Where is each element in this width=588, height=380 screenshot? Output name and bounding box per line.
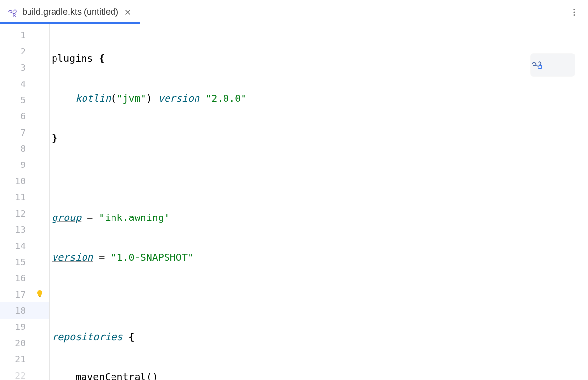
line-number: 10 — [0, 173, 49, 189]
code-line: plugins { — [52, 51, 588, 67]
line-number: 21 — [0, 351, 49, 367]
line-number: 11 — [0, 189, 49, 205]
svg-point-2 — [573, 8, 575, 10]
line-number: 17 — [0, 286, 49, 302]
ide-window: K build.gradle.kts (untitled) 1 2 3 4 5 … — [0, 0, 588, 380]
line-number: 2 — [0, 43, 49, 59]
line-number: 22 — [0, 367, 49, 380]
line-number: 9 — [0, 157, 49, 173]
svg-point-3 — [573, 11, 575, 13]
svg-point-4 — [573, 14, 575, 15]
tab-close-icon[interactable] — [122, 7, 133, 18]
line-number: 15 — [0, 254, 49, 270]
gradle-reload-popup — [531, 54, 575, 76]
line-number: 12 — [0, 205, 49, 221]
line-number: 7 — [0, 124, 49, 140]
code-line — [52, 170, 588, 186]
line-number: 20 — [0, 335, 49, 351]
line-number: 1 — [0, 27, 49, 43]
line-number: 8 — [0, 140, 49, 157]
code-line: version = "1.0-SNAPSHOT" — [52, 249, 588, 266]
gutter: 1 2 3 4 5 6 7 8 9 10 11 12 13 14 15 16 1… — [0, 24, 50, 380]
line-number: 19 — [0, 319, 49, 335]
line-number: 4 — [0, 76, 49, 92]
code-editor[interactable]: 1 2 3 4 5 6 7 8 9 10 11 12 13 14 15 16 1… — [0, 24, 588, 380]
svg-point-0 — [13, 10, 14, 11]
code-line — [52, 289, 588, 305]
vertical-scrollbar[interactable] — [581, 24, 588, 380]
line-number: 6 — [0, 108, 49, 124]
line-number: 16 — [0, 270, 49, 286]
code-line: } — [52, 130, 588, 146]
line-number: 13 — [0, 221, 49, 238]
gradle-reload-icon[interactable] — [531, 35, 588, 95]
editor-tabbar: K build.gradle.kts (untitled) — [0, 0, 588, 24]
line-number: 18 — [0, 302, 49, 319]
code-line: mavenCentral() — [52, 369, 588, 380]
code-line: kotlin("jvm") version "2.0.0" — [52, 90, 588, 107]
tab-options-kebab[interactable] — [566, 4, 583, 21]
line-number: 3 — [0, 59, 49, 76]
svg-rect-5 — [39, 296, 41, 297]
code-content[interactable]: plugins { kotlin("jvm") version "2.0.0" … — [50, 24, 588, 380]
line-number: 14 — [0, 238, 49, 254]
svg-text:K: K — [13, 13, 16, 18]
code-line: repositories { — [52, 329, 588, 345]
intention-bulb-icon[interactable] — [35, 289, 44, 298]
editor-tab-build-gradle[interactable]: K build.gradle.kts (untitled) — [0, 0, 140, 24]
gradle-kts-icon: K — [7, 7, 18, 18]
tab-title: build.gradle.kts (untitled) — [22, 7, 118, 17]
line-number: 5 — [0, 92, 49, 108]
code-line: group = "ink.awning" — [52, 210, 588, 226]
